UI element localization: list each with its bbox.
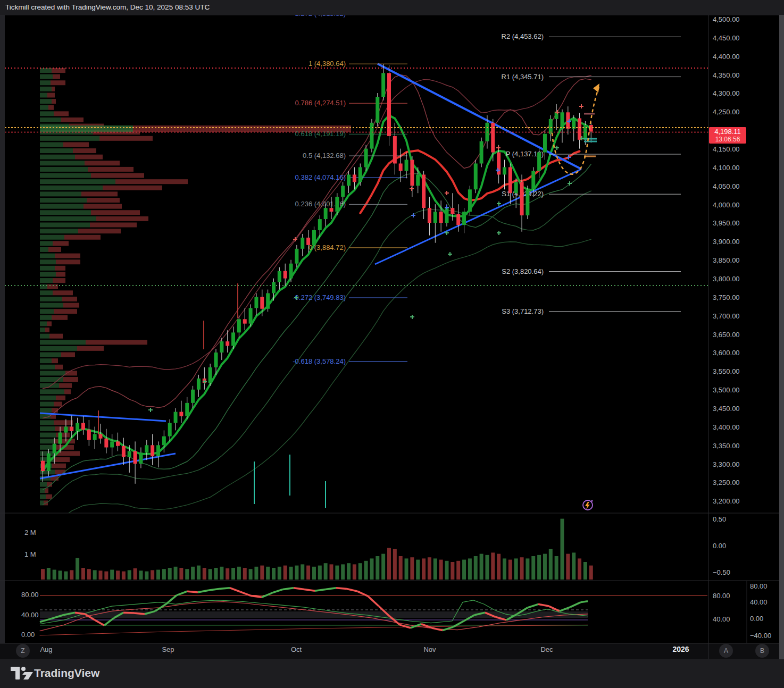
candle <box>289 264 293 279</box>
candle <box>330 208 333 212</box>
candle <box>335 197 339 212</box>
axis-label: 2026 <box>672 645 689 653</box>
candle <box>191 390 195 403</box>
axis-label: 4,500.00 <box>713 15 740 23</box>
axis-label: 40.00 <box>713 615 730 623</box>
axis-label: -0.272 (3,749.83) <box>293 293 346 301</box>
candle <box>162 437 166 446</box>
candle <box>231 332 235 346</box>
tradingview-logo-icon[interactable] <box>10 665 34 683</box>
candle <box>381 73 385 97</box>
candle <box>578 118 581 139</box>
timezone-button[interactable]: Z <box>16 644 30 658</box>
chart-svg[interactable]: 1.272 (4,515.52)1 (4,380.64)0.786 (4,274… <box>0 0 784 688</box>
candle <box>376 97 379 123</box>
candle <box>347 174 351 186</box>
candle <box>451 208 454 214</box>
axis-label: −40.00 <box>750 632 771 640</box>
chart-canvas[interactable]: 1.272 (4,515.52)1 (4,380.64)0.786 (4,274… <box>0 0 784 688</box>
candle <box>410 160 414 186</box>
axis-label: 40.00 <box>21 611 39 619</box>
axis-label: 1 M <box>24 550 36 558</box>
candle <box>468 189 472 212</box>
tradingview-chart-window: 1.272 (4,515.52)1 (4,380.64)0.786 (4,274… <box>0 0 784 688</box>
axis-label: 3,300.00 <box>713 460 740 468</box>
candle <box>59 433 62 444</box>
candle <box>93 434 97 440</box>
candle <box>53 444 56 454</box>
axis-label: 3,800.00 <box>713 275 740 283</box>
candle <box>260 297 264 308</box>
candle <box>47 454 51 471</box>
axis-label: 3,700.00 <box>713 312 740 320</box>
candle <box>301 238 304 249</box>
axis-label: 4,150.00 <box>713 145 740 153</box>
axis-label: 3,900.00 <box>713 238 740 246</box>
candle <box>76 423 79 431</box>
axis-label: 0.618 (4,191.19) <box>295 130 346 138</box>
tradingview-logo-text[interactable]: TradingView <box>34 667 99 679</box>
candle <box>214 353 218 367</box>
axis-label: 4,050.00 <box>713 182 740 190</box>
candle <box>439 212 443 223</box>
axis-label: S2 (3,820.64) <box>502 267 544 275</box>
axis-label: 3,650.00 <box>713 331 740 339</box>
axis-label: 3,550.00 <box>713 367 740 375</box>
candle <box>283 271 287 279</box>
candle <box>520 182 524 215</box>
candle <box>456 214 460 225</box>
axis-label: 3,200.00 <box>713 497 740 505</box>
candle <box>503 167 506 174</box>
axis-label: 0.00 <box>713 542 726 550</box>
candle <box>64 426 68 432</box>
axis-label: 3,350.00 <box>713 442 740 450</box>
axis-label: 4,100.00 <box>713 164 740 172</box>
axis-label: 0.382 (4,074.16) <box>295 173 346 181</box>
candle <box>99 434 103 438</box>
candle <box>531 171 535 189</box>
candle <box>358 167 362 182</box>
axis-label: Aug <box>40 645 52 653</box>
axis-label: Sep <box>162 645 174 653</box>
candle <box>179 412 183 416</box>
candle <box>474 163 478 189</box>
candle <box>393 136 397 164</box>
candle <box>508 167 512 193</box>
candle <box>197 379 201 390</box>
right-scrollbar[interactable] <box>779 15 784 659</box>
axis-label: 4,400.00 <box>713 53 740 61</box>
candle <box>514 182 518 193</box>
axis-label: 0.00 <box>750 615 763 623</box>
candle <box>364 149 368 167</box>
candle <box>324 208 328 219</box>
candle <box>243 319 247 323</box>
last-price-tag: 4,198.11 13:06:56 <box>709 127 746 144</box>
candle <box>139 452 143 464</box>
axis-label: 3,450.00 <box>713 405 740 413</box>
candle <box>104 439 108 448</box>
scale-a-button[interactable]: A <box>719 644 733 658</box>
candle <box>208 367 212 383</box>
candle <box>168 423 172 436</box>
candle <box>87 430 91 440</box>
candle <box>249 308 253 323</box>
candle <box>272 282 276 293</box>
candle <box>416 174 420 186</box>
candle <box>306 238 310 245</box>
scale-b-button[interactable]: B <box>755 644 769 658</box>
candle <box>128 451 131 457</box>
axis-label: 40.00 <box>750 598 768 606</box>
candle <box>433 212 437 223</box>
axis-label: 0.786 (4,274.51) <box>295 99 346 107</box>
axis-label: 3,500.00 <box>713 386 740 394</box>
axis-label: 3,950.00 <box>713 219 740 227</box>
candle <box>428 208 431 223</box>
candle <box>318 219 322 230</box>
axis-label: 80.00 <box>21 591 39 599</box>
axis-label: −0.50 <box>713 568 730 576</box>
candle <box>543 134 547 153</box>
axis-label: 3,750.00 <box>713 293 740 301</box>
candle <box>537 153 541 171</box>
axis-label: S3 (3,712.73) <box>502 307 544 315</box>
axis-label: 4,000.00 <box>713 201 740 209</box>
